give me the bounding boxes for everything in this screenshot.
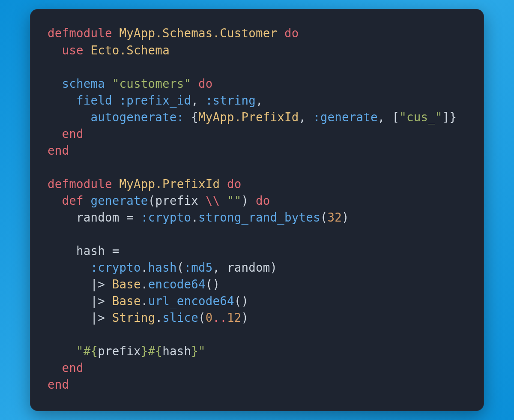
var-hash: hash	[76, 244, 105, 258]
punct-comma: ,	[212, 261, 220, 274]
key-autogenerate: autogenerate:	[91, 110, 184, 124]
fn-encode64: encode64	[148, 277, 206, 291]
fn-slice: slice	[162, 311, 198, 324]
punct-comma: ,	[299, 110, 306, 124]
op-pipe: |>	[91, 294, 105, 308]
module-prefixid: MyApp.PrefixId	[198, 110, 299, 124]
punct-lbracket: [	[392, 110, 399, 124]
keyword-do: do	[284, 26, 299, 40]
var-prefix: prefix	[98, 344, 141, 358]
punct-lparen: (	[177, 261, 184, 274]
op-eq: =	[126, 210, 134, 224]
punct-lparen: (	[206, 277, 213, 291]
num-12: 12	[227, 311, 242, 324]
string-cus: "cus_"	[399, 110, 442, 124]
fn-hash: hash	[148, 261, 177, 274]
punct-comma: ,	[191, 93, 198, 107]
keyword-do: do	[256, 194, 270, 207]
keyword-end: end	[48, 144, 69, 157]
op-pipe: |>	[91, 311, 105, 324]
atom-prefix-id: :prefix_id	[120, 93, 191, 107]
punct-rbracket: ]	[442, 110, 450, 124]
punct-lparen: (	[234, 294, 242, 308]
module-ecto-schema: Ecto.Schema	[91, 43, 170, 57]
string-empty: ""	[227, 194, 242, 207]
module-string: String	[112, 311, 155, 324]
atom-generate: :generate	[313, 110, 378, 124]
code-card: defmodule MyApp.Schemas.Customer do use …	[30, 9, 484, 411]
punct-rparen: )	[242, 311, 249, 324]
punct-rbrace: }	[449, 110, 457, 124]
punct-lbrace: {	[191, 110, 198, 124]
var-random: random	[227, 261, 270, 274]
punct-dot: .	[191, 210, 198, 224]
punct-lparen: (	[198, 311, 206, 324]
punct-dot: .	[155, 311, 162, 324]
module-base: Base	[112, 294, 141, 308]
string-interp-mid: }#{	[141, 344, 162, 358]
fn-url-encode64: url_encode64	[148, 294, 234, 308]
keyword-use: use	[62, 43, 84, 57]
punct-lparen: (	[148, 194, 155, 207]
fn-generate: generate	[91, 194, 148, 207]
var-prefix: prefix	[155, 194, 198, 207]
string-interp-open: "#{	[76, 344, 98, 358]
keyword-def: def	[62, 194, 84, 207]
atom-crypto: :crypto	[141, 210, 191, 224]
keyword-do: do	[198, 77, 213, 90]
module-base: Base	[112, 277, 141, 291]
fn-schema: schema	[62, 77, 105, 90]
atom-string: :string	[206, 93, 256, 107]
op-eq: =	[112, 244, 120, 258]
punct-dot: .	[141, 261, 148, 274]
op-default: \\	[206, 194, 220, 207]
punct-comma: ,	[378, 110, 385, 124]
keyword-defmodule: defmodule	[48, 177, 112, 191]
code-block: defmodule MyApp.Schemas.Customer do use …	[48, 25, 466, 393]
fn-strong-rand-bytes: strong_rand_bytes	[198, 210, 320, 224]
module-customer: MyApp.Schemas.Customer	[120, 26, 278, 40]
punct-range: ..	[212, 311, 227, 324]
keyword-end: end	[62, 361, 84, 375]
punct-lparen: (	[320, 210, 328, 224]
module-prefixid: MyApp.PrefixId	[120, 177, 220, 191]
punct-rparen: )	[242, 194, 249, 207]
punct-dot: .	[141, 277, 148, 291]
num-32: 32	[328, 210, 342, 224]
var-random: random	[76, 210, 120, 224]
op-pipe: |>	[91, 277, 105, 291]
keyword-end: end	[48, 378, 69, 391]
keyword-do: do	[227, 177, 242, 191]
fn-field: field	[76, 93, 112, 107]
num-0: 0	[206, 311, 213, 324]
string-interp-close: }"	[191, 344, 206, 358]
punct-rparen: )	[342, 210, 349, 224]
keyword-defmodule: defmodule	[48, 26, 112, 40]
var-hash: hash	[162, 344, 191, 358]
string-customers: "customers"	[112, 77, 191, 90]
atom-md5: :md5	[184, 261, 212, 274]
punct-dot: .	[141, 294, 148, 308]
atom-crypto: :crypto	[91, 261, 141, 274]
punct-rparen: )	[212, 277, 220, 291]
punct-rparen: )	[241, 294, 248, 308]
punct-rparen: )	[270, 261, 278, 274]
keyword-end: end	[62, 127, 84, 141]
punct-comma: ,	[256, 93, 263, 107]
